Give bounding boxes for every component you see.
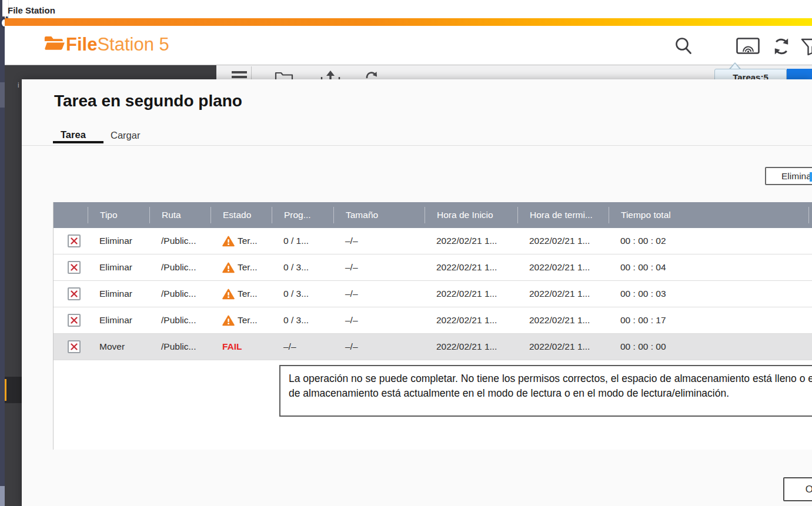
app-logo-light: Station 5 [97,34,169,55]
task-total: 00 : 00 : 02 [609,236,808,246]
cursor-fragment [810,172,812,182]
sidebar-top-band [5,65,216,79]
window-title: File Station [8,5,55,15]
tasks-table: Tipo Ruta Estado Prog... Tamaño Hora de … [53,202,812,450]
col-cancel [54,207,88,223]
task-size: –/– [333,289,425,299]
task-status-text: Ter... [238,236,258,246]
warning-icon [222,315,235,326]
task-status: Ter... [210,262,272,273]
task-total: 00 : 00 : 17 [609,315,808,326]
delete-button[interactable]: Eliminar [765,167,812,185]
col-hora-inicio[interactable]: Hora de Inicio [425,207,517,223]
col-tamano[interactable]: Tamaño [333,207,425,223]
task-progress: 0 / 1... [272,236,333,246]
col-extra [808,207,812,223]
task-progress: 0 / 3... [272,262,333,273]
col-tipo[interactable]: Tipo [88,207,149,223]
desktop-left-strip-highlight [0,82,5,108]
toolbar-divider [251,66,252,79]
cancel-task-icon[interactable] [68,234,81,247]
sidebar-strip [5,79,22,506]
task-end: 2022/02/21 1... [517,236,609,246]
task-start: 2022/02/21 1... [425,341,517,352]
warning-icon [222,262,235,273]
task-type: Eliminar [88,289,149,299]
task-path: /Public... [149,315,210,326]
task-path: /Public... [149,341,210,352]
task-total: 00 : 00 : 03 [609,289,808,299]
task-total: 00 : 00 : 04 [609,262,808,273]
warning-icon [222,236,235,247]
cancel-task-icon[interactable] [68,314,81,327]
task-type: Mover [88,341,149,352]
task-status-fail: FAIL [222,341,242,351]
col-ruta[interactable]: Ruta [149,207,210,223]
col-estado[interactable]: Estado [210,207,272,223]
ok-button[interactable]: OK [783,477,812,501]
task-progress: –/– [272,341,333,352]
table-row[interactable]: Eliminar /Public... Ter... 0 / 3... –/– … [54,281,812,307]
app-logo-bold: File [66,34,97,55]
window-titlebar [8,0,812,18]
task-progress: 0 / 3... [272,289,333,299]
task-size: –/– [333,341,425,352]
task-start: 2022/02/21 1... [425,289,517,299]
warning-icon [222,289,235,300]
task-total: 00 : 00 : 00 [609,341,808,352]
task-size: –/– [333,262,425,273]
app-logo: FileStation 5 [66,35,169,53]
funnel-icon[interactable] [801,38,812,56]
table-row-selected[interactable]: Mover /Public... FAIL –/– –/– 2022/02/21… [54,334,812,360]
tab-upload[interactable]: Cargar [111,130,140,141]
sidebar-icon-fragment: i [18,81,19,89]
task-status: Ter... [210,289,272,300]
search-icon[interactable] [674,36,694,56]
task-status-text: Ter... [238,289,258,299]
task-status: Ter... [210,236,272,247]
col-tiempo-total[interactable]: Tiempo total [609,207,808,223]
task-size: –/– [333,236,425,246]
accent-bar [5,18,812,26]
tab-active-underline [53,141,103,143]
desktop-left-strip-bottom [0,486,5,506]
task-size: –/– [333,315,425,326]
tabs-divider [22,145,812,146]
tab-task[interactable]: Tarea [61,129,86,140]
table-row[interactable]: Eliminar /Public... Ter... 0 / 3... –/– … [54,254,812,281]
cancel-task-icon[interactable] [68,287,81,300]
screen: ntrol anel File Station FileStation 5 [0,0,812,506]
sidebar-item-selected[interactable] [5,377,22,403]
task-progress: 0 / 3... [272,315,333,326]
task-type: Eliminar [88,315,149,326]
cancel-task-icon[interactable] [68,261,81,274]
task-end: 2022/02/21 1... [517,341,609,352]
table-row[interactable]: Eliminar /Public... Ter... 0 / 1... –/– … [54,228,812,254]
task-end: 2022/02/21 1... [517,289,609,299]
cancel-task-icon[interactable] [68,340,81,353]
error-message: La operación no se puede completar. No t… [279,365,812,417]
task-start: 2022/02/21 1... [425,315,517,326]
task-start: 2022/02/21 1... [425,236,517,246]
folder-logo-icon [44,33,66,51]
task-start: 2022/02/21 1... [425,262,517,273]
task-status-text: Ter... [238,315,258,326]
task-status-text: Ter... [238,262,258,273]
refresh-icon[interactable] [771,36,791,56]
error-message-row: La operación no se puede completar. No t… [54,360,812,450]
task-end: 2022/02/21 1... [517,262,609,273]
cast-icon[interactable] [736,38,760,55]
task-end: 2022/02/21 1... [517,315,609,326]
task-path: /Public... [149,236,210,246]
task-path: /Public... [149,262,210,273]
table-row[interactable]: Eliminar /Public... Ter... 0 / 3... –/– … [54,307,812,334]
task-path: /Public... [149,289,210,299]
dialog-title: Tarea en segundo plano [54,92,242,110]
table-header-row: Tipo Ruta Estado Prog... Tamaño Hora de … [54,202,812,228]
col-progreso[interactable]: Prog... [272,207,333,223]
task-status: Ter... [210,315,272,326]
blue-button-fragment[interactable] [787,69,812,81]
task-type: Eliminar [88,236,149,246]
sidebar-selected-accent [5,379,6,401]
col-hora-termino[interactable]: Hora de termi... [517,207,609,223]
